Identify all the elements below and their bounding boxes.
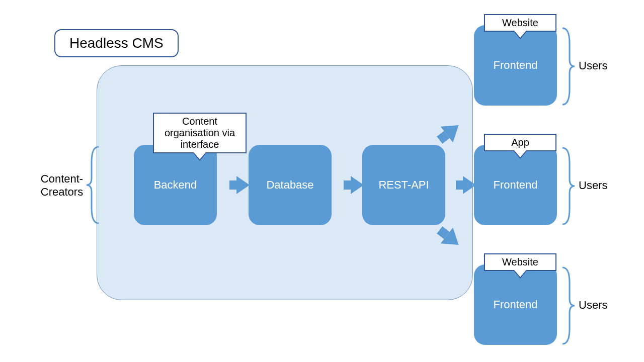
diagram-title: Headless CMS	[54, 29, 179, 57]
database-node: Database	[249, 145, 332, 225]
arrow-upright-icon	[433, 117, 468, 147]
users-label-2: Users	[579, 179, 607, 192]
backend-callout: Content organisation via interface	[153, 113, 247, 153]
arrow-right-icon	[236, 176, 250, 194]
users-label-3: Users	[579, 299, 607, 312]
frontend-callout-3: Website	[484, 253, 556, 271]
brace-right-icon	[558, 26, 576, 107]
arrow-downright-icon	[433, 223, 468, 253]
restapi-node: REST-API	[362, 145, 445, 225]
content-creators-label: Content- Creators	[34, 172, 90, 199]
frontend-callout-2: App	[484, 134, 556, 151]
users-label-1: Users	[579, 59, 607, 72]
brace-right-icon	[558, 146, 576, 226]
frontend-callout-1: Website	[484, 14, 556, 32]
brace-right-icon	[558, 265, 576, 346]
brace-left-icon	[86, 145, 103, 225]
